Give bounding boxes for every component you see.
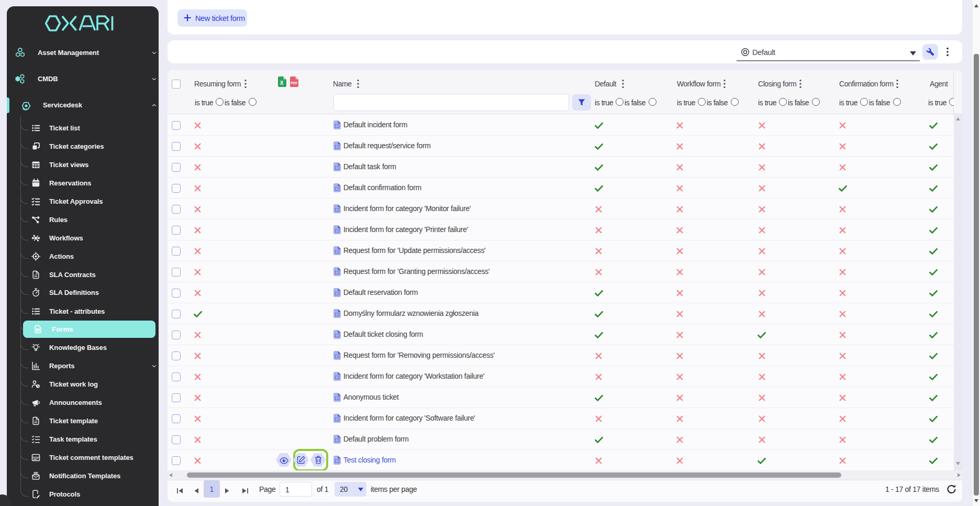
svg-text:X: X [280, 80, 284, 86]
svg-text:PDF: PDF [291, 81, 298, 85]
